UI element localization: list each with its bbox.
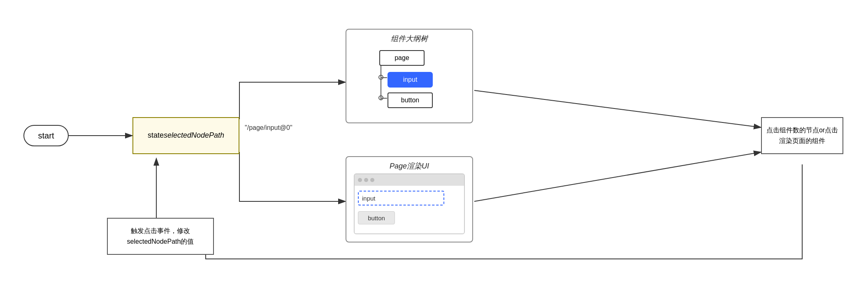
arrow-label-path: "/page/input@0" xyxy=(245,124,292,132)
comp-tree-title: 组件大纲树 xyxy=(346,30,472,44)
browser-dot-3 xyxy=(370,178,374,182)
svg-line-4 xyxy=(474,152,761,201)
start-label: start xyxy=(38,131,54,141)
tree-line-h1 xyxy=(381,77,387,78)
action-right-label: 点击组件数的节点or点击渲染页面的组件 xyxy=(766,125,838,146)
browser-mockup: input button xyxy=(354,173,465,234)
state-label: stateselectedNodePath xyxy=(148,130,224,141)
action-left-label: 触发点击事件，修改selectedNodePath的值 xyxy=(127,226,194,247)
browser-bar xyxy=(355,174,464,186)
comp-tree-box: 组件大纲树 page input button xyxy=(346,29,473,123)
action-left-node: 触发点击事件，修改selectedNodePath的值 xyxy=(107,218,214,255)
browser-dot-2 xyxy=(364,178,368,182)
tree-line-h2 xyxy=(381,98,387,99)
svg-line-3 xyxy=(474,90,761,127)
browser-dot-1 xyxy=(358,178,362,182)
browser-input-field: input xyxy=(358,191,444,205)
start-node: start xyxy=(23,125,69,146)
state-node: stateselectedNodePath xyxy=(132,117,239,154)
browser-button: button xyxy=(358,211,395,224)
tree-node-page: page xyxy=(379,50,425,66)
browser-content: input button xyxy=(355,186,464,233)
diagram: start stateselectedNodePath "/page/input… xyxy=(0,0,868,307)
page-render-title: Page渲染UI xyxy=(346,157,472,171)
page-render-box: Page渲染UI input button xyxy=(346,156,473,242)
tree-line xyxy=(381,66,381,100)
action-right-node: 点击组件数的节点or点击渲染页面的组件 xyxy=(761,117,843,154)
tree-node-input: input xyxy=(388,72,433,88)
tree-node-button: button xyxy=(388,92,433,108)
